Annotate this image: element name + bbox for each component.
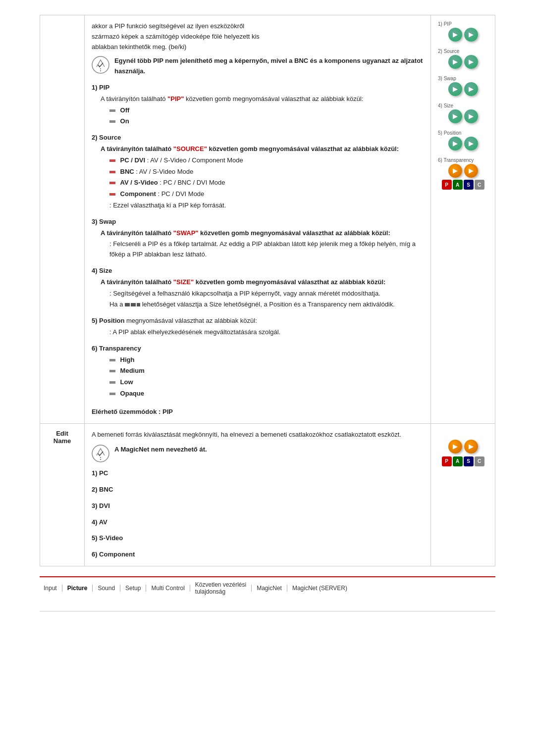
edit-pasc-p: P bbox=[442, 456, 452, 466]
trans-low-bullet bbox=[109, 381, 115, 384]
pasc-a: A bbox=[453, 180, 463, 190]
edit-item5: 5) S-Video bbox=[92, 533, 424, 544]
size-key: "SIZE" bbox=[173, 278, 194, 286]
nav-sep-7 bbox=[287, 585, 287, 592]
nav-magicnet-server[interactable]: MagicNet (SERVER) bbox=[288, 584, 351, 593]
main-table: akkor a PIP funkció segítségével az ilye… bbox=[40, 15, 495, 566]
pip-btn-pair: ▶ ▶ bbox=[438, 28, 488, 42]
source-item1: PC / DVI : AV / S-Video / Component Mode bbox=[92, 155, 424, 166]
size-btn-left: ▶ bbox=[448, 109, 462, 123]
remote-source: 2) Source ▶ ▶ bbox=[438, 49, 488, 69]
intro-line-2: származó képek a számítógép videoképe fö… bbox=[92, 32, 424, 42]
edit-name-content: A bemeneti forrás kiválasztását megkönny… bbox=[84, 423, 430, 566]
edit-name-right-cell: ▶ ▶ P A S C bbox=[431, 423, 495, 566]
remote-transparency: 6) Transparency ▶ ▶ P A S C bbox=[438, 157, 488, 190]
source-btn-pair: ▶ ▶ bbox=[438, 55, 488, 69]
swap-key: "SWAP" bbox=[173, 229, 199, 237]
size-btn-pair: ▶ ▶ bbox=[438, 109, 488, 123]
swap-btn-right: ▶ bbox=[464, 82, 478, 96]
mini-sq3 bbox=[137, 303, 140, 306]
intro-line-1: akkor a PIP funkció segítségével az ilye… bbox=[92, 21, 424, 32]
trans-btn-right: ▶ bbox=[464, 164, 478, 178]
remote-position-label: 5) Position bbox=[438, 130, 488, 136]
src-bullet1 bbox=[109, 159, 115, 162]
source-item5: : Ezzel választhatja ki a PIP kép forrás… bbox=[92, 201, 424, 211]
transparency-label: 6) Transparency bbox=[92, 344, 424, 354]
edit-pasc-c: C bbox=[475, 456, 484, 466]
size-item2: Ha a lehetőséget választja a Size lehető… bbox=[92, 300, 424, 310]
source-label: 2) Source bbox=[92, 133, 424, 143]
source-item3: AV / S-Video : PC / BNC / DVI Mode bbox=[92, 178, 424, 188]
source-key: "SOURCE" bbox=[173, 145, 207, 152]
edit-item6: 6) Component bbox=[92, 550, 424, 560]
edit-name-warning-box: A MagicNet nem nevezhető át. bbox=[92, 445, 424, 462]
nav-sep-6 bbox=[251, 585, 252, 592]
pip-key: "PIP" bbox=[167, 95, 184, 102]
remote-position: 5) Position ▶ ▶ bbox=[438, 130, 488, 151]
nav-magicnet[interactable]: MagicNet bbox=[253, 584, 286, 593]
remote-transparency-label: 6) Transparency bbox=[438, 157, 488, 163]
mini-squares bbox=[125, 303, 140, 306]
pasc-c: C bbox=[475, 180, 484, 190]
source-btn-right: ▶ bbox=[464, 55, 478, 69]
nav-sound[interactable]: Sound bbox=[94, 584, 119, 593]
transparency-btn-pair: ▶ ▶ bbox=[438, 164, 488, 178]
bottom-line bbox=[40, 611, 495, 611]
pip-1-label: 1) PIP bbox=[92, 83, 424, 93]
trans-btn-left: ▶ bbox=[448, 164, 462, 178]
edit-item4: 4) AV bbox=[92, 517, 424, 528]
trans-opaque: Opaque bbox=[92, 389, 424, 399]
swap-desc: A távirányítón található "SWAP" közvetle… bbox=[92, 228, 424, 239]
src-bullet2 bbox=[109, 171, 115, 173]
remote-size: 4) Size ▶ ▶ bbox=[438, 103, 488, 123]
nav-sep-2 bbox=[92, 585, 93, 592]
edit-btn-left: ▶ bbox=[448, 440, 462, 454]
trans-opaque-bullet bbox=[109, 393, 115, 395]
nav-kozvetlen[interactable]: Közvetlen vezérlésitulajdonság bbox=[191, 580, 250, 596]
edit-item1: 1) PC bbox=[92, 468, 424, 479]
intro-line-3: ablakban tekinthetők meg. (be/ki) bbox=[92, 42, 424, 52]
pip-off-item: Off bbox=[92, 105, 424, 116]
nav-sep-1 bbox=[62, 585, 62, 592]
position-btn-right: ▶ bbox=[464, 137, 478, 151]
pip-btn-right: ▶ bbox=[464, 28, 478, 42]
src-bullet3 bbox=[109, 182, 115, 184]
trans-low: Low bbox=[92, 377, 424, 388]
size-btn-right: ▶ bbox=[464, 109, 478, 123]
pip-warning-box: Egynél több PIP nem jeleníthető meg a ké… bbox=[92, 56, 424, 77]
edit-name-btn-pair: ▶ ▶ bbox=[438, 440, 488, 454]
source-desc: A távirányítón található "SOURCE" közvet… bbox=[92, 144, 424, 154]
pasc-row-pip: P A S C bbox=[438, 180, 488, 190]
nav-input[interactable]: Input bbox=[40, 584, 61, 593]
remote-swap: 3) Swap ▶ ▶ bbox=[438, 76, 488, 96]
source-item4: Component : PC / DVI Mode bbox=[92, 189, 424, 200]
pip-warning-bold: Egynél több PIP nem jeleníthető meg a ké… bbox=[114, 57, 423, 75]
edit-name-warning-icon bbox=[92, 445, 109, 462]
nav-setup[interactable]: Setup bbox=[121, 584, 145, 593]
position-btn-pair: ▶ ▶ bbox=[438, 137, 488, 151]
nav-sep-5 bbox=[190, 585, 190, 592]
size-label: 4) Size bbox=[92, 266, 424, 276]
remote-pip-label: 1) PIP bbox=[438, 21, 488, 27]
position-section: 5) Position megnyomásával választhat az … bbox=[92, 316, 424, 326]
swap-btn-pair: ▶ ▶ bbox=[438, 82, 488, 96]
pip-on-bullet bbox=[109, 120, 115, 123]
swap-label: 3) Swap bbox=[92, 217, 424, 227]
trans-medium: Medium bbox=[92, 366, 424, 376]
pip-1-desc: A távirányítón található "PIP" közvetlen… bbox=[92, 94, 424, 104]
size-desc: A távirányítón található "SIZE" közvetle… bbox=[92, 277, 424, 288]
trans-med-bullet bbox=[109, 370, 115, 372]
pip-row: akkor a PIP funkció segítségével az ilye… bbox=[40, 15, 495, 424]
pip-warning-text: Egynél több PIP nem jeleníthető meg a ké… bbox=[114, 56, 424, 77]
bottom-nav: Input Picture Sound Setup Multi Control … bbox=[40, 576, 495, 596]
edit-name-desc1: A bemeneti forrás kiválasztását megkönny… bbox=[92, 430, 424, 440]
source-btn-left: ▶ bbox=[448, 55, 462, 69]
remote-size-label: 4) Size bbox=[438, 103, 488, 108]
edit-name-row: Edit Name A bemeneti forrás kiválasztásá… bbox=[40, 423, 495, 566]
edit-pasc-s: S bbox=[464, 456, 474, 466]
edit-btn-right: ▶ bbox=[464, 440, 478, 454]
nav-picture[interactable]: Picture bbox=[63, 584, 92, 593]
pasc-row-edit: P A S C bbox=[438, 456, 488, 466]
source-item2: BNC : AV / S-Video Mode bbox=[92, 167, 424, 177]
nav-multicontrol[interactable]: Multi Control bbox=[147, 584, 188, 593]
